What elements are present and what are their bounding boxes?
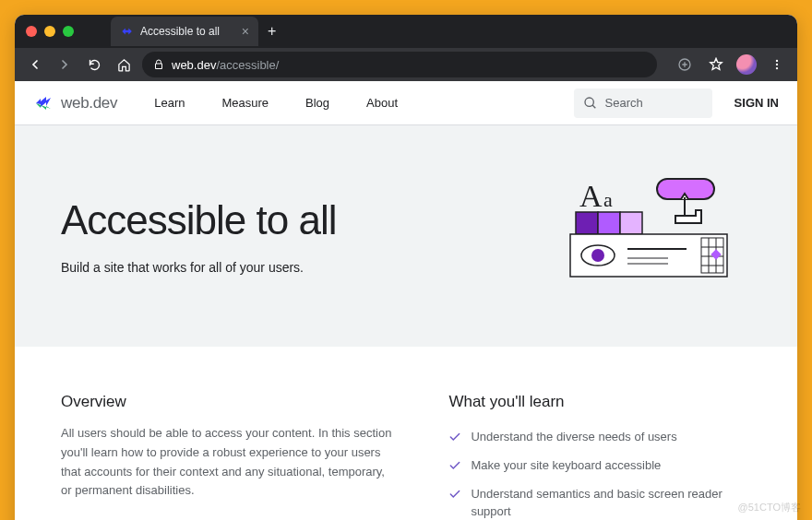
svg-text:A: A — [579, 179, 603, 213]
learn-item-text: Make your site keyboard accessible — [471, 457, 661, 474]
site-logo[interactable]: web.dev — [33, 92, 117, 114]
webdev-logo-icon — [33, 92, 55, 114]
close-window-button[interactable] — [26, 26, 37, 37]
search-input[interactable]: Search — [574, 89, 712, 118]
maximize-window-button[interactable] — [63, 26, 74, 37]
window-titlebar: Accessible to all × + — [15, 15, 797, 48]
learn-column: What you'll learn Understand the diverse… — [448, 393, 751, 520]
close-tab-icon[interactable]: × — [242, 24, 249, 39]
site-header: web.dev Learn Measure Blog About Search … — [15, 81, 797, 125]
overview-column: Overview All users should be able to acc… — [61, 393, 393, 520]
toolbar-right — [674, 53, 788, 76]
list-item: Understand the diverse needs of users — [448, 424, 751, 453]
minimize-window-button[interactable] — [44, 26, 55, 37]
accessibility-illustration-icon: A a — [567, 171, 751, 301]
check-icon — [448, 488, 461, 505]
svg-rect-9 — [598, 212, 620, 234]
overview-heading: Overview — [61, 393, 393, 411]
home-button[interactable] — [113, 53, 135, 76]
back-button[interactable] — [24, 53, 46, 76]
svg-point-2 — [776, 64, 778, 65]
new-tab-button[interactable]: + — [268, 23, 276, 40]
svg-rect-8 — [576, 212, 598, 234]
nav-learn[interactable]: Learn — [154, 96, 185, 110]
tab-title: Accessible to all — [140, 25, 220, 38]
hero-section: Accessible to all Build a site that work… — [15, 125, 797, 347]
search-placeholder: Search — [605, 96, 643, 110]
svg-text:a: a — [603, 188, 613, 211]
nav-about[interactable]: About — [366, 96, 398, 110]
url-path: /accessible/ — [216, 58, 279, 72]
search-icon — [583, 96, 598, 111]
address-bar[interactable]: web.dev/accessible/ — [142, 52, 657, 77]
page-content: web.dev Learn Measure Blog About Search … — [15, 81, 797, 520]
logo-text: web.dev — [61, 94, 117, 112]
svg-point-3 — [776, 67, 778, 69]
sign-in-button[interactable]: SIGN IN — [734, 96, 779, 110]
content-section: Overview All users should be able to acc… — [15, 347, 797, 520]
page-subtitle: Build a site that works for all of your … — [61, 260, 336, 275]
lock-icon — [153, 59, 164, 70]
hero-text: Accessible to all Build a site that work… — [61, 197, 336, 275]
browser-toolbar: web.dev/accessible/ — [15, 48, 797, 81]
browser-window: Accessible to all × + web.dev/accessible… — [15, 15, 797, 520]
learn-item-text: Understand the diverse needs of users — [471, 429, 676, 445]
window-controls — [26, 26, 74, 37]
browser-menu-icon[interactable] — [766, 53, 788, 76]
profile-avatar[interactable] — [736, 54, 757, 75]
check-icon — [448, 459, 461, 477]
bookmark-star-icon[interactable] — [705, 53, 727, 76]
nav-measure[interactable]: Measure — [221, 96, 269, 110]
learn-heading: What you'll learn — [448, 393, 751, 411]
primary-nav: Learn Measure Blog About — [154, 96, 398, 110]
page-title: Accessible to all — [61, 197, 336, 243]
list-item: Make your site keyboard accessible — [448, 453, 751, 481]
browser-tabs: Accessible to all × + — [111, 17, 276, 46]
learn-item-text: Understand semantics and basic screen re… — [471, 486, 751, 519]
nav-blog[interactable]: Blog — [305, 96, 329, 110]
learn-list: Understand the diverse needs of users Ma… — [448, 424, 751, 520]
svg-point-13 — [591, 249, 604, 262]
overview-body: All users should be able to access your … — [61, 424, 393, 501]
browser-tab-active[interactable]: Accessible to all × — [111, 17, 258, 46]
url-host: web.dev — [172, 58, 216, 72]
list-item: Understand semantics and basic screen re… — [448, 481, 751, 520]
svg-point-1 — [776, 60, 778, 62]
check-icon — [448, 431, 461, 448]
add-to-home-icon[interactable] — [674, 53, 696, 76]
watermark: @51CTO博客 — [738, 501, 801, 514]
webdev-favicon-icon — [120, 25, 133, 38]
hero-illustration: A a — [567, 171, 751, 301]
svg-rect-10 — [620, 212, 642, 234]
forward-button[interactable] — [54, 53, 76, 76]
reload-button[interactable] — [83, 53, 105, 76]
svg-point-4 — [585, 98, 593, 106]
